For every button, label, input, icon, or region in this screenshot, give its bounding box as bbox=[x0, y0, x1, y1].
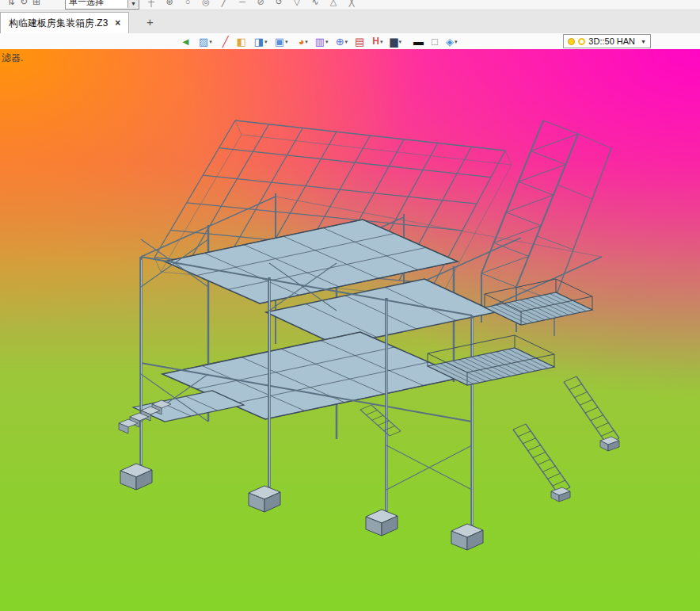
color-wheel-icon[interactable]: ◕▾ bbox=[298, 34, 307, 48]
sketch-target-icon[interactable]: ◎ bbox=[200, 0, 212, 7]
window-view-icon[interactable]: ▤ bbox=[355, 34, 365, 48]
view-toolbar: ◄ ▨▾ ╱ ◧ ◨▾ ▣▾ ◕▾ ▥▾ ⊕▾ ▤ H▾ ▆▾ ▬ □ ◈▾ 3… bbox=[0, 33, 700, 49]
layer-combo-value: 3D::50 HAN bbox=[588, 36, 635, 46]
sketch-polygon-icon[interactable]: ▽ bbox=[291, 0, 303, 7]
sketch-line-icon[interactable]: ╱ bbox=[218, 0, 230, 7]
sketch-cross-icon[interactable]: ╳ bbox=[345, 0, 358, 7]
sketch-circle-icon[interactable]: ○ bbox=[181, 0, 194, 6]
edit-pencil-icon[interactable]: ╱ bbox=[223, 34, 230, 48]
visibility-layers-icon[interactable]: ◈▾ bbox=[446, 34, 458, 48]
sketch-arc-icon[interactable]: ↺ bbox=[272, 0, 285, 7]
selection-mode-value: 单一选择 bbox=[69, 0, 127, 8]
layer-visibility-combo[interactable]: 3D::50 HAN ▼ bbox=[563, 34, 651, 48]
solid-blue-box-icon[interactable]: ◨▾ bbox=[254, 34, 268, 48]
locate-target-icon[interactable]: ⊕▾ bbox=[336, 34, 348, 48]
sketch-plus-icon[interactable]: ┼ bbox=[145, 0, 158, 6]
app-window: ⇅ ↻ ⊞ 单一选择 ▼ ┼ ⊕ ○ ◎ ╱ ─ ⊘ ↺ ▽ ∿ △ ╳ 构临建… bbox=[0, 0, 700, 611]
combo-caret-icon[interactable]: ▼ bbox=[127, 0, 139, 8]
hide-bar-icon[interactable]: ▬ bbox=[413, 34, 424, 48]
selection-mode-combo[interactable]: 单一选择 ▼ bbox=[65, 0, 139, 10]
view-cube-icon[interactable]: ▣▾ bbox=[275, 34, 288, 48]
steel-structure-model[interactable] bbox=[0, 49, 700, 611]
new-tab-button[interactable]: + bbox=[140, 14, 159, 30]
grid-tool-icon[interactable]: ⊞ bbox=[30, 0, 43, 7]
render-shade-icon[interactable]: ▨▾ bbox=[199, 34, 212, 48]
view-toolbar-icons: ◄ ▨▾ ╱ ◧ ◨▾ ▣▾ ◕▾ ▥▾ ⊕▾ ▤ H▾ ▆▾ ▬ □ ◈▾ bbox=[181, 34, 457, 48]
exit-environment-icon[interactable]: ◄ bbox=[181, 34, 192, 48]
layer-combo-caret-icon[interactable]: ▼ bbox=[641, 39, 646, 44]
blank-swatch-icon[interactable]: □ bbox=[432, 34, 439, 48]
sketch-trim-icon[interactable]: ⊘ bbox=[254, 0, 267, 7]
top-toolbar-strip: ⇅ ↻ ⊞ 单一选择 ▼ ┼ ⊕ ○ ◎ ╱ ─ ⊘ ↺ ▽ ∿ △ ╳ bbox=[0, 0, 700, 10]
display-mode-icon[interactable]: ▆▾ bbox=[390, 34, 402, 48]
3d-viewport[interactable]: 滤器. bbox=[0, 49, 700, 611]
lightbulb-icon bbox=[568, 38, 575, 45]
sketch-triangle-icon[interactable]: △ bbox=[327, 0, 340, 7]
tab-close-icon[interactable]: × bbox=[115, 17, 120, 29]
section-view-icon[interactable]: ▥▾ bbox=[315, 34, 329, 48]
dimension-style-icon[interactable]: H▾ bbox=[372, 34, 382, 48]
pan-tool-icon[interactable]: ⇅ bbox=[5, 0, 17, 7]
orbit-tool-icon[interactable]: ↻ bbox=[17, 0, 30, 7]
sketch-point-icon[interactable]: ⊕ bbox=[163, 0, 176, 7]
sketch-hline-icon[interactable]: ─ bbox=[236, 0, 249, 6]
solid-yellow-box-icon[interactable]: ◧ bbox=[237, 34, 247, 48]
layer-color-ring-icon bbox=[578, 38, 585, 45]
sketch-spline-icon[interactable]: ∿ bbox=[309, 0, 321, 7]
tab-label: 构临建板房集装箱房.Z3 bbox=[9, 17, 108, 30]
document-tab-bar: 构临建板房集装箱房.Z3 × + bbox=[0, 10, 700, 33]
document-tab[interactable]: 构临建板房集装箱房.Z3 × bbox=[0, 12, 129, 33]
